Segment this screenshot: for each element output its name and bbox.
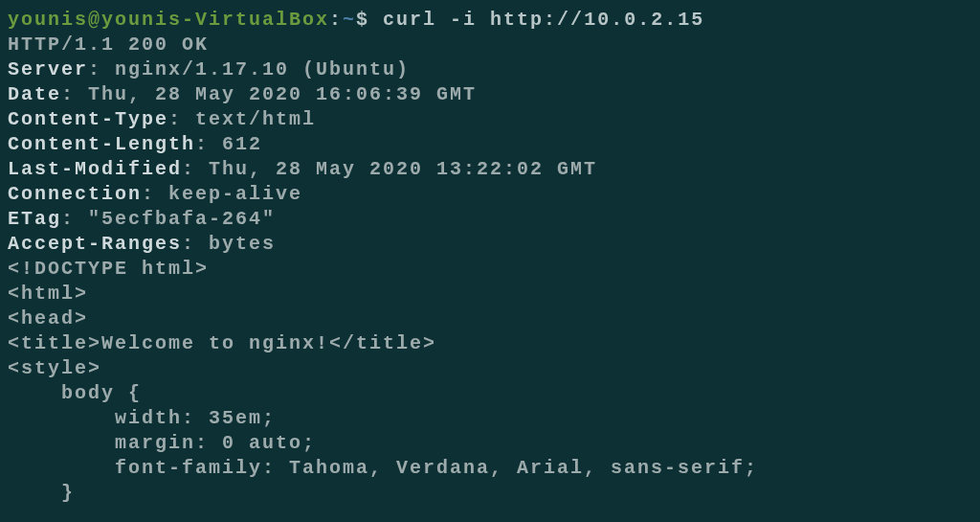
command-text: curl -i http://10.0.2.15	[369, 9, 704, 31]
header-key: Content-Type	[8, 108, 168, 130]
http-header: Content-Type: text/html	[8, 107, 972, 132]
body-line: <style>	[8, 356, 972, 381]
body-line: <!DOCTYPE html>	[8, 257, 972, 282]
body-line: <html>	[8, 282, 972, 306]
http-header: Date: Thu, 28 May 2020 16:06:39 GMT	[8, 82, 972, 107]
header-value: : Thu, 28 May 2020 13:22:02 GMT	[182, 158, 597, 180]
http-header: Connection: keep-alive	[8, 182, 972, 207]
http-header: Last-Modified: Thu, 28 May 2020 13:22:02…	[8, 157, 972, 182]
header-key: ETag	[8, 208, 61, 230]
header-key: Server	[8, 58, 88, 80]
terminal-output: younis@younis-VirtualBox:~$ curl -i http…	[8, 8, 972, 506]
body-line: body {	[8, 381, 972, 406]
header-key: Date	[8, 83, 61, 105]
prompt-user: younis@younis-VirtualBox	[8, 9, 329, 31]
body-line: font-family: Tahoma, Verdana, Arial, san…	[8, 456, 972, 481]
header-value: : Thu, 28 May 2020 16:06:39 GMT	[61, 83, 477, 105]
body-line: width: 35em;	[8, 406, 972, 431]
body-line: margin: 0 auto;	[8, 431, 972, 456]
header-value: : 612	[195, 133, 262, 155]
body-line: <title>Welcome to nginx!</title>	[8, 331, 972, 356]
header-value: : nginx/1.17.10 (Ubuntu)	[88, 58, 410, 80]
prompt-path: ~	[343, 9, 356, 31]
http-header: Server: nginx/1.17.10 (Ubuntu)	[8, 57, 972, 82]
prompt-dollar: $	[356, 9, 369, 31]
body-line: <head>	[8, 306, 972, 331]
header-key: Last-Modified	[8, 158, 182, 180]
http-status: HTTP/1.1 200 OK	[8, 33, 972, 57]
header-value: : "5ecfbafa-264"	[61, 208, 276, 230]
http-header: Accept-Ranges: bytes	[8, 232, 972, 257]
header-key: Accept-Ranges	[8, 233, 182, 255]
prompt-colon: :	[329, 9, 343, 31]
http-header: Content-Length: 612	[8, 132, 972, 157]
http-header: ETag: "5ecfbafa-264"	[8, 207, 972, 232]
header-value: : text/html	[168, 108, 316, 130]
header-value: : bytes	[182, 233, 276, 255]
header-key: Content-Length	[8, 133, 195, 155]
header-value: : keep-alive	[142, 183, 302, 205]
prompt-line[interactable]: younis@younis-VirtualBox:~$ curl -i http…	[8, 8, 972, 33]
body-line: }	[8, 481, 972, 506]
header-key: Connection	[8, 183, 142, 205]
